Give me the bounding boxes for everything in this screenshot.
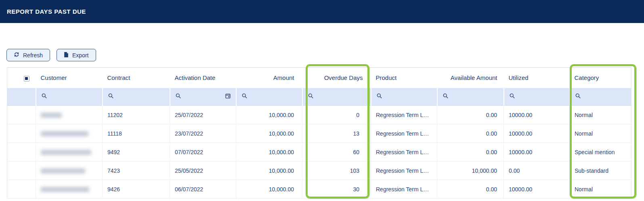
search-icon [376, 93, 382, 100]
customer-cell [36, 161, 103, 180]
column-header-row: Customer Contract Activation Date Amount… [7, 68, 631, 88]
table-row[interactable]: 9426 06/07/2022 10,000.00 30 Regression … [7, 180, 631, 199]
search-icon [175, 93, 181, 100]
refresh-icon [14, 52, 19, 59]
row-select-cell [7, 143, 36, 161]
overdue-days-cell: 103 [302, 161, 371, 180]
utilized-cell: 10000.00 [504, 124, 570, 143]
column-header-amount[interactable]: Amount [236, 68, 302, 88]
filter-available-amount[interactable] [437, 88, 504, 106]
table-row[interactable]: 7423 25/05/2022 10,000.00 103 Regression… [7, 161, 631, 180]
activation-date-cell: 25/05/2022 [170, 161, 236, 180]
amount-cell: 10,000.00 [236, 143, 302, 161]
search-icon [108, 93, 114, 100]
customer-cell [36, 180, 103, 199]
category-cell: Normal [570, 106, 631, 124]
customer-cell [36, 143, 103, 161]
search-icon [241, 93, 248, 100]
customer-redacted [41, 168, 85, 174]
customer-redacted [41, 150, 91, 155]
activation-date-cell: 25/07/2022 [170, 106, 236, 124]
activation-date-cell: 23/07/2022 [170, 124, 236, 143]
search-icon [575, 93, 581, 100]
contract-cell: 9492 [103, 143, 170, 161]
contract-cell: 11202 [103, 106, 170, 124]
filter-category[interactable] [570, 88, 631, 106]
column-header-customer[interactable]: Customer [36, 68, 103, 88]
activation-date-cell: 06/07/2022 [170, 180, 236, 199]
available-amount-cell: 0.00 [437, 143, 504, 161]
column-header-activation-date[interactable]: Activation Date [170, 68, 236, 88]
amount-cell: 10,000.00 [236, 106, 302, 124]
filter-contract[interactable] [103, 88, 170, 106]
export-file-icon [64, 52, 69, 59]
column-header-overdue-days[interactable]: Overdue Days [302, 68, 371, 88]
filter-select-cell [7, 88, 36, 106]
customer-redacted [41, 131, 88, 136]
customer-cell [36, 106, 103, 124]
overdue-days-cell: 30 [302, 180, 371, 199]
utilized-cell: 10000.00 [504, 106, 570, 124]
row-select-cell [7, 106, 36, 124]
page-title: REPORT DAYS PAST DUE [0, 8, 86, 15]
column-header-available-amount[interactable]: Available Amount [437, 68, 504, 88]
category-cell: Normal [570, 180, 631, 199]
utilized-cell: 10000.00 [504, 180, 570, 199]
overdue-days-cell: 0 [302, 106, 371, 124]
column-header-category[interactable]: Category [570, 68, 631, 88]
export-button-label: Export [72, 52, 88, 59]
row-select-cell [7, 161, 36, 180]
column-header-contract[interactable]: Contract [103, 68, 170, 88]
filter-row [7, 88, 631, 106]
available-amount-cell: 10,000.00 [437, 161, 504, 180]
filter-utilized[interactable] [504, 88, 570, 106]
amount-cell: 10,000.00 [236, 161, 302, 180]
column-header-product[interactable]: Product [371, 68, 437, 88]
available-amount-cell: 0.00 [437, 124, 504, 143]
filter-amount[interactable] [236, 88, 302, 106]
amount-cell: 10,000.00 [236, 180, 302, 199]
filter-product[interactable] [371, 88, 437, 106]
row-select-cell [7, 180, 36, 199]
utilized-cell: 10000.00 [504, 143, 570, 161]
customer-redacted [41, 113, 62, 118]
checkbox-indeterminate-mark [25, 77, 28, 80]
amount-cell: 10,000.00 [236, 124, 302, 143]
export-button[interactable]: Export [57, 49, 96, 61]
category-cell: Normal [570, 124, 631, 143]
search-icon [41, 93, 47, 100]
select-all-checkbox[interactable] [24, 76, 29, 82]
filter-activation-date[interactable] [170, 88, 236, 106]
report-days-past-due-page: REPORT DAYS PAST DUE Refresh Export [0, 0, 644, 201]
refresh-button[interactable]: Refresh [6, 49, 50, 61]
contract-cell: 11118 [103, 124, 170, 143]
row-select-cell [7, 124, 36, 143]
app-header: REPORT DAYS PAST DUE [0, 0, 644, 23]
refresh-button-label: Refresh [23, 52, 43, 59]
column-header-utilized[interactable]: Utilized [504, 68, 570, 88]
select-column-header [7, 68, 36, 88]
contract-cell: 7423 [103, 161, 170, 180]
overdue-days-cell: 60 [302, 143, 371, 161]
available-amount-cell: 0.00 [437, 180, 504, 199]
customer-cell [36, 124, 103, 143]
contract-cell: 9426 [103, 180, 170, 199]
table-row[interactable]: 11118 23/07/2022 10,000.00 13 Regression… [7, 124, 631, 143]
filter-overdue-days[interactable] [302, 88, 371, 106]
calendar-icon[interactable] [225, 93, 231, 100]
activation-date-cell: 07/07/2022 [170, 143, 236, 161]
product-cell: Regression Term Loa... [371, 106, 437, 124]
customer-redacted [41, 187, 89, 192]
utilized-cell: 0.00 [504, 161, 570, 180]
available-amount-cell: 0.00 [437, 106, 504, 124]
category-cell: Special mention [570, 143, 631, 161]
table-row[interactable]: 11202 25/07/2022 10,000.00 0 Regression … [7, 106, 631, 124]
product-cell: Regression Term Loa... [371, 124, 437, 143]
table-row[interactable]: 9492 07/07/2022 10,000.00 60 Regression … [7, 143, 631, 161]
search-icon [509, 93, 515, 100]
filter-customer[interactable] [36, 88, 103, 106]
product-cell: Regression Term Loa... [371, 180, 437, 199]
category-cell: Sub-standard [570, 161, 631, 180]
report-grid: Customer Contract Activation Date Amount… [7, 67, 644, 199]
product-cell: Regression Term Loa... [371, 143, 437, 161]
